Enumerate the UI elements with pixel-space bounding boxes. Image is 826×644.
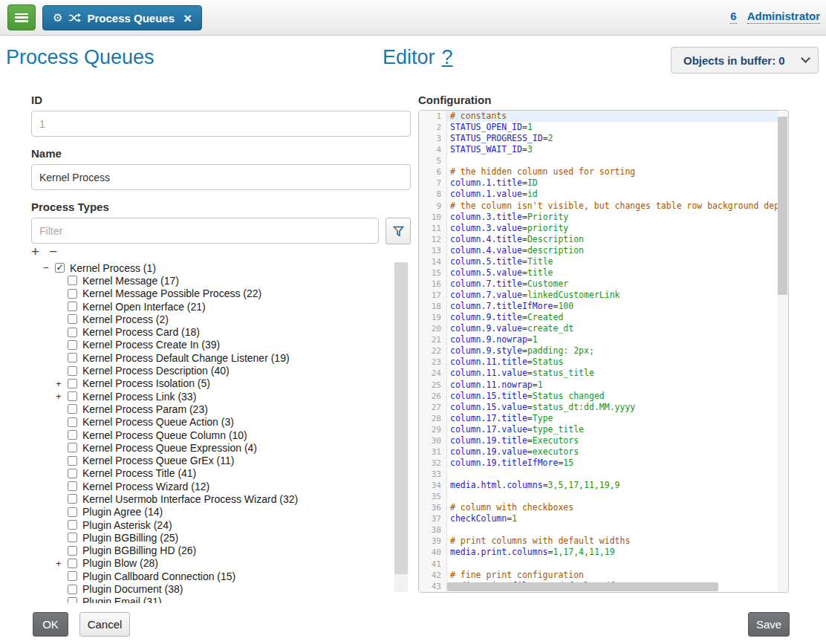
tree-checkbox[interactable] [68, 571, 77, 581]
tree-row[interactable]: Kernel Process Default Change Listener (… [31, 351, 394, 364]
tree-scrollbar-thumb[interactable] [394, 262, 408, 574]
tree-checkbox[interactable] [68, 404, 77, 414]
tree-row[interactable]: +Kernel Process Link (33) [31, 390, 394, 403]
tree-row[interactable]: Kernel Message Possible Process (22) [31, 287, 394, 300]
tree-expander-icon[interactable]: + [56, 558, 68, 569]
code-token: column.17.title [450, 413, 527, 423]
user-name-link[interactable]: Administrator [747, 10, 820, 24]
tree-row[interactable]: Plugin BGBilling HD (26) [31, 544, 394, 557]
tree-row[interactable]: Kernel Process Create In (39) [31, 339, 394, 351]
tree-checkbox[interactable] [68, 328, 77, 337]
tree-checkbox[interactable] [68, 353, 77, 362]
code-token: column.11.nowrap [450, 380, 533, 390]
user-id-link[interactable]: 6 [730, 10, 736, 24]
tree-checkbox[interactable] [68, 302, 77, 311]
tree-checkbox[interactable] [55, 263, 65, 273]
name-field[interactable] [31, 164, 411, 190]
chevron-down-icon [801, 53, 810, 63]
code-token: = [522, 245, 527, 256]
tree-checkbox[interactable] [68, 533, 77, 542]
configuration-editor[interactable]: 1234567891011121314151617181920212223242… [418, 110, 789, 593]
tree-checkbox[interactable] [68, 456, 77, 466]
tree-checkbox[interactable] [68, 314, 77, 324]
apply-filter-button[interactable] [386, 218, 411, 244]
tree-checkbox[interactable] [68, 276, 77, 285]
tree-row[interactable]: Kernel Process Queue GrEx (11) [31, 454, 394, 466]
main-menu-button[interactable] [7, 4, 36, 30]
collapse-all-button[interactable]: − [49, 244, 57, 258]
tree-row[interactable]: Kernel Process Wizard (12) [31, 480, 394, 492]
code-token: column.1.title [450, 178, 522, 188]
tree-row[interactable]: +Kernel Process Isolation (5) [31, 377, 394, 390]
tree-row[interactable]: Kernel Process Param (23) [31, 403, 394, 415]
tree-row[interactable]: Kernel Open Interface (21) [31, 300, 394, 313]
tree-row[interactable]: Kernel Process Card (18) [31, 325, 394, 338]
code-area[interactable]: # constantsSTATUS_OPEN_ID=1STATUS_PROGRE… [447, 111, 779, 592]
code-line: column.5.value=title [447, 267, 779, 279]
cancel-button[interactable]: Cancel [79, 612, 130, 637]
tree-expander-icon[interactable]: + [56, 378, 68, 389]
tree-checkbox[interactable] [68, 559, 77, 568]
tree-row[interactable]: Plugin Email (31) [31, 596, 394, 603]
editor-vertical-scrollbar-thumb[interactable] [778, 117, 787, 295]
tree-checkbox[interactable] [68, 546, 77, 556]
tab-process-queues[interactable]: ⚙ Process Queues × [42, 5, 202, 30]
tree-item-label: Kernel Message Possible Process (22) [82, 287, 261, 299]
tree-row[interactable]: Kernel Process Title (41) [31, 467, 394, 480]
tree-checkbox[interactable] [68, 366, 77, 376]
tree-checkbox[interactable] [68, 494, 77, 504]
tree-item-label: Kernel Process Wizard (12) [82, 481, 209, 492]
tree-row[interactable]: Plugin Callboard Connection (15) [31, 570, 394, 582]
code-token: column.19.title [450, 435, 527, 446]
buffer-label: Objects in buffer: 0 [683, 54, 785, 67]
line-number: 22 [419, 345, 441, 357]
tree-row[interactable]: Kernel Message (17) [31, 274, 394, 287]
code-line: column.7.value=linkedCustomerLink [447, 290, 779, 301]
editor-horizontal-scrollbar-thumb[interactable] [447, 582, 718, 591]
tree-checkbox[interactable] [68, 379, 77, 388]
save-button[interactable]: Save [748, 612, 790, 637]
tree-row[interactable]: Kernel Process Queue Column (10) [31, 429, 394, 441]
code-token: = [522, 290, 527, 300]
help-link[interactable]: ? [442, 46, 453, 68]
tree-row[interactable]: Kernel Usermob Interface Process Wizard … [31, 492, 394, 505]
id-field[interactable] [31, 111, 411, 137]
tree-checkbox[interactable] [68, 585, 77, 594]
tree-checkbox[interactable] [68, 417, 77, 427]
filter-input[interactable] [31, 218, 379, 244]
tree-checkbox[interactable] [68, 289, 77, 299]
expand-all-button[interactable]: + [31, 244, 39, 258]
tree-row[interactable]: Plugin BGBilling (25) [31, 531, 394, 544]
code-token: # column with checkboxes [450, 502, 573, 513]
tree-row[interactable]: Kernel Process (2) [31, 313, 394, 325]
tree-row[interactable]: +Plugin Blow (28) [31, 557, 394, 570]
tree-row[interactable]: −Kernel Process (1) [31, 261, 394, 274]
tab-close-icon[interactable]: × [183, 11, 192, 25]
code-line: column.17.title=Type [447, 413, 779, 424]
tree-checkbox[interactable] [68, 340, 77, 350]
tree-row[interactable]: Plugin Agree (14) [31, 506, 394, 518]
tree-checkbox[interactable] [68, 520, 77, 530]
tree-row[interactable]: Kernel Process Description (40) [31, 364, 394, 377]
tree-scrollbar[interactable] [394, 262, 408, 592]
tree-row[interactable]: Kernel Process Queue Expression (4) [31, 441, 394, 454]
tree-checkbox[interactable] [68, 443, 77, 452]
objects-in-buffer-dropdown[interactable]: Objects in buffer: 0 [671, 47, 819, 74]
tree-checkbox[interactable] [68, 391, 77, 401]
tree-checkbox[interactable] [68, 469, 77, 478]
tree-row[interactable]: Kernel Process Queue Action (3) [31, 416, 394, 429]
editor-vertical-scrollbar[interactable] [778, 111, 787, 591]
ok-button[interactable]: OK [33, 612, 68, 637]
tree-checkbox[interactable] [68, 597, 77, 603]
code-line: column.19.title=Executors [447, 435, 779, 446]
tree-expander-icon[interactable]: + [56, 391, 68, 402]
tree-item-label: Kernel Process Description (40) [82, 365, 230, 377]
tree-checkbox[interactable] [68, 507, 77, 517]
tree-expander-icon[interactable]: − [43, 262, 55, 273]
code-token: Created [527, 312, 563, 322]
tree-row[interactable]: Plugin Asterisk (24) [31, 518, 394, 531]
tree-row[interactable]: Plugin Document (38) [31, 582, 394, 595]
tree-checkbox[interactable] [68, 430, 77, 440]
tree-checkbox[interactable] [68, 481, 77, 491]
code-token: padding: 2px; [527, 345, 594, 356]
